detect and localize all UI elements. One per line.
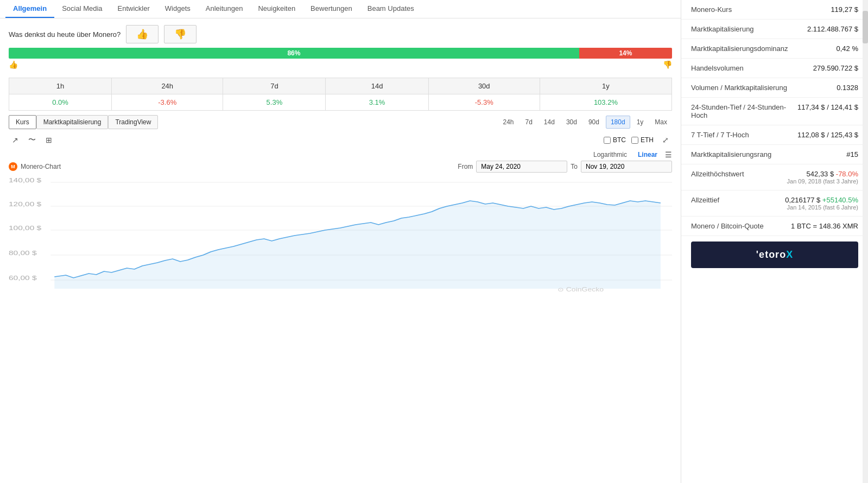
time-btn-30d[interactable]: 30d bbox=[561, 116, 582, 129]
period-header-7d: 7d bbox=[223, 78, 326, 94]
period-header-30d: 30d bbox=[428, 78, 540, 94]
stat-row: Monero / Bitcoin-Quote1 BTC = 148.36 XMR bbox=[681, 217, 868, 236]
stat-label: 24-Stunden-Tief / 24-Stunden-Hoch bbox=[691, 103, 789, 119]
time-btn-24h[interactable]: 24h bbox=[498, 116, 518, 129]
stat-value: 0,42 % bbox=[837, 45, 858, 53]
stat-row: Marktkapitalisierung2.112.488.767 $ bbox=[681, 20, 868, 39]
chart-header: ↗ 〜 ⊞ BTC ETH ⤢ bbox=[0, 131, 681, 149]
from-label: From bbox=[458, 163, 473, 170]
line-chart-button[interactable]: ↗ bbox=[9, 134, 22, 147]
eth-label: ETH bbox=[641, 136, 654, 144]
sentiment-question-text: Was denkst du heute über Monero? bbox=[9, 30, 121, 39]
chart-tab-marktkapitalisierung[interactable]: Marktkapitalisierung bbox=[36, 115, 109, 129]
period-header-1y: 1y bbox=[540, 78, 671, 94]
eth-checkbox[interactable] bbox=[631, 137, 638, 144]
nav-item-beam-updates[interactable]: Beam Updates bbox=[360, 0, 422, 18]
stat-label: Monero-Kurs bbox=[691, 5, 732, 14]
nav-item-widgets[interactable]: Widgets bbox=[157, 0, 198, 18]
nav-item-social-media[interactable]: Social Media bbox=[54, 0, 110, 18]
svg-text:60,00 $: 60,00 $ bbox=[9, 275, 37, 281]
stat-row: Volumen / Marktkapitalisierung0.1328 bbox=[681, 78, 868, 98]
stat-value: 279.590.722 $ bbox=[813, 64, 858, 72]
logarithmic-scale-button[interactable]: Logarithmic bbox=[590, 150, 630, 160]
nav-item-anleitungen[interactable]: Anleitungen bbox=[198, 0, 251, 18]
time-btn-7d[interactable]: 7d bbox=[520, 116, 537, 129]
sentiment-positive-label: 86% bbox=[287, 49, 300, 57]
chart-tab-kurs[interactable]: Kurs bbox=[9, 115, 36, 129]
sentiment-question: Was denkst du heute über Monero? 👍 👎 bbox=[9, 25, 672, 43]
period-performance: 1h24h7d14d30d1y 0.0%-3.6%5.3%3.1%-5.3%10… bbox=[0, 78, 681, 111]
eth-checkbox-label[interactable]: ETH bbox=[631, 136, 654, 144]
sentiment-bar: 86% 14% bbox=[9, 48, 672, 59]
chart-date-range: From To bbox=[458, 161, 672, 173]
time-btn-Max[interactable]: Max bbox=[650, 116, 672, 129]
scrollbar-thumb[interactable] bbox=[863, 11, 868, 43]
monero-icon: M bbox=[9, 162, 17, 171]
sentiment-negative-bar: 14% bbox=[579, 48, 672, 59]
nav-item-bewertungen[interactable]: Bewertungen bbox=[303, 0, 360, 18]
btc-checkbox[interactable] bbox=[604, 137, 611, 144]
from-date-input[interactable] bbox=[476, 161, 567, 173]
time-btn-90d[interactable]: 90d bbox=[584, 116, 604, 129]
svg-text:⊙ CoinGecko: ⊙ CoinGecko bbox=[557, 287, 604, 293]
stat-label: Allzeittief bbox=[691, 196, 719, 204]
chart-title-row: M Monero-Chart From To bbox=[9, 161, 672, 173]
stat-value: 117,34 $ / 124,41 $ bbox=[797, 103, 858, 111]
nav-item-entwickler[interactable]: Entwickler bbox=[110, 0, 157, 18]
chart-menu-button[interactable]: ☰ bbox=[665, 150, 672, 159]
stat-label: 7 T-Tief / 7 T-Hoch bbox=[691, 131, 749, 139]
stat-value: #15 bbox=[846, 150, 858, 158]
stat-row: 24-Stunden-Tief / 24-Stunden-Hoch117,34 … bbox=[681, 98, 868, 125]
stat-row: Marktkapitalisierungsdominanz0,42 % bbox=[681, 39, 868, 59]
stat-label: Marktkapitalisierung bbox=[691, 25, 754, 33]
candle-chart-button[interactable]: ⊞ bbox=[42, 134, 55, 147]
chart-icon-buttons: ↗ 〜 ⊞ bbox=[9, 134, 55, 147]
ad-banner-text: 'etoroX bbox=[756, 249, 793, 260]
period-value-1y: 103.2% bbox=[540, 94, 671, 111]
thumbs-down-button[interactable]: 👎 bbox=[164, 25, 197, 43]
nav-item-neuigkeiten[interactable]: Neuigkeiten bbox=[250, 0, 303, 18]
stat-row: Marktkapitalisierungsrang#15 bbox=[681, 145, 868, 164]
expand-chart-button[interactable]: ⤢ bbox=[659, 134, 672, 146]
thumbs-up-button[interactable]: 👍 bbox=[126, 25, 159, 43]
linear-scale-button[interactable]: Linear bbox=[635, 150, 661, 160]
stat-value: 2.112.488.767 $ bbox=[807, 25, 858, 33]
stat-row: Handelsvolumen279.590.722 $ bbox=[681, 59, 868, 78]
svg-text:80,00 $: 80,00 $ bbox=[9, 250, 37, 256]
stat-value: 119,27 $ bbox=[831, 5, 858, 14]
svg-text:120,00 $: 120,00 $ bbox=[9, 201, 42, 207]
to-label: To bbox=[571, 163, 578, 170]
chart-tabs: KursMarktkapitalisierungTradingView bbox=[9, 115, 158, 129]
period-header-1h: 1h bbox=[9, 78, 112, 94]
period-header-24h: 24h bbox=[112, 78, 223, 94]
stat-label: Marktkapitalisierungsdominanz bbox=[691, 45, 788, 53]
to-date-input[interactable] bbox=[581, 161, 672, 173]
svg-text:140,00 $: 140,00 $ bbox=[9, 177, 42, 183]
chart-title: Monero-Chart bbox=[21, 163, 61, 170]
chart-controls: KursMarktkapitalisierungTradingView 24h7… bbox=[9, 111, 672, 131]
stat-label: Allzeithöchstwert bbox=[691, 170, 744, 178]
sentiment-icons-row: 👍 👎 bbox=[9, 60, 672, 69]
chart-svg: 140,00 $ 120,00 $ 100,00 $ 80,00 $ 60,00… bbox=[9, 175, 672, 294]
ad-banner[interactable]: 'etoroX bbox=[691, 242, 858, 268]
period-value-14d: 3.1% bbox=[326, 94, 428, 111]
period-header-14d: 14d bbox=[326, 78, 428, 94]
time-btn-1y[interactable]: 1y bbox=[632, 116, 649, 129]
time-buttons: 24h7d14d30d90d180d1yMax bbox=[498, 116, 672, 129]
scale-row: Logarithmic Linear ☰ bbox=[0, 149, 681, 161]
nav-item-allgemein[interactable]: Allgemein bbox=[5, 0, 54, 18]
btc-checkbox-label[interactable]: BTC bbox=[604, 136, 626, 144]
top-navigation: AllgemeinSocial MediaEntwicklerWidgetsAn… bbox=[0, 0, 681, 18]
time-btn-180d[interactable]: 180d bbox=[606, 116, 630, 129]
sentiment-section: Was denkst du heute über Monero? 👍 👎 86%… bbox=[0, 18, 681, 72]
chart-area-fill bbox=[54, 201, 661, 289]
spline-chart-button[interactable]: 〜 bbox=[25, 134, 39, 147]
time-btn-14d[interactable]: 14d bbox=[539, 116, 560, 129]
period-table: 1h24h7d14d30d1y 0.0%-3.6%5.3%3.1%-5.3%10… bbox=[9, 78, 672, 111]
scrollbar[interactable] bbox=[863, 0, 868, 483]
stat-label: Handelsvolumen bbox=[691, 64, 744, 72]
btc-label: BTC bbox=[613, 136, 626, 144]
period-value-30d: -5.3% bbox=[428, 94, 540, 111]
chart-overlay-checkboxes: BTC ETH ⤢ bbox=[604, 134, 672, 146]
chart-tab-tradingview[interactable]: TradingView bbox=[108, 115, 158, 129]
